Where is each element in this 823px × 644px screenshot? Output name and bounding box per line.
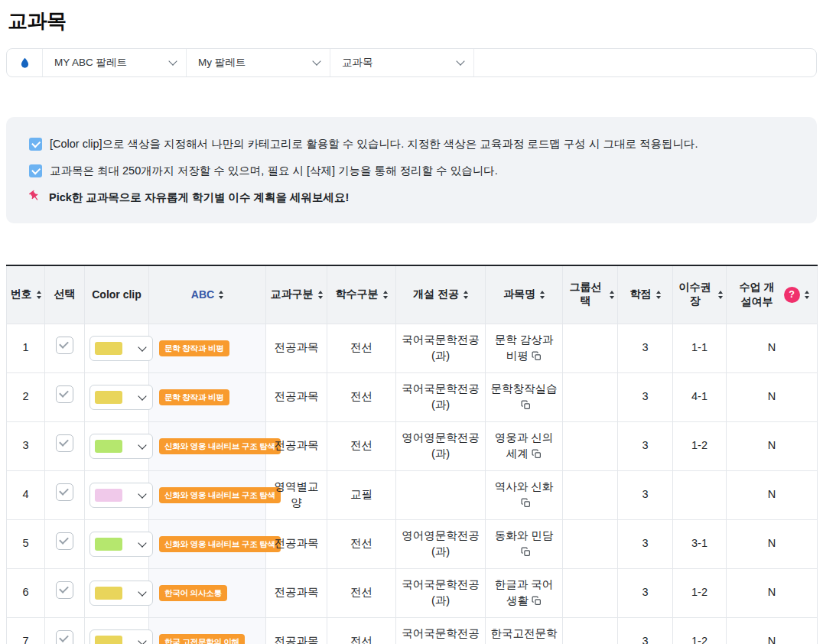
my-palette-select[interactable]: My 팔레트 (187, 49, 330, 76)
column-header-label: 교과구분 (271, 288, 314, 301)
color-clip-select[interactable] (89, 336, 153, 361)
table-row: 4신화와 영웅 내러티브 구조 탐색영역별교양교필역사와 신화3N (7, 470, 818, 519)
cell-no: 6 (7, 568, 45, 617)
abc-tag-badge: 신화와 영웅 내러티브 구조 탐색 (159, 536, 281, 552)
column-header-opened[interactable]: 수업 개설여부? (727, 265, 818, 324)
sort-icon (718, 291, 723, 299)
palette-icon-button[interactable] (7, 49, 43, 76)
color-clip-select[interactable] (89, 434, 153, 459)
chevron-down-icon (138, 343, 146, 351)
color-clip-select[interactable] (89, 532, 153, 557)
copy-icon[interactable] (521, 498, 531, 508)
copy-icon[interactable] (521, 547, 531, 557)
row-checkbox[interactable] (56, 581, 73, 599)
cell-abc: 문학 창작과 비평 (149, 372, 266, 421)
cell-colorclip (85, 568, 149, 617)
chevron-down-icon (456, 57, 464, 65)
cell-group (563, 324, 618, 372)
table-row: 2문학 창작과 비평전공과목전선국어국문학전공(과)문학창작실습34-1N (7, 372, 818, 421)
column-header-inner: 선택 (48, 288, 81, 301)
column-header-label: 이수권장 (676, 281, 714, 308)
my-palette-select-value: My 팔레트 (198, 56, 246, 70)
course-select-value: 교과목 (342, 56, 373, 70)
cell-no: 7 (7, 617, 45, 644)
cell-abc: 신화와 영웅 내러티브 구조 탐색 (149, 470, 266, 519)
column-header-inner: 학점 (621, 288, 669, 301)
cell-subject: 한글과 국어생활 (486, 568, 563, 617)
cell-category: 전공과목 (266, 372, 327, 421)
cell-subject: 동화와 민담 (486, 519, 563, 568)
sort-icon (610, 291, 614, 299)
column-header-label: 수업 개설여부 (735, 280, 779, 309)
copy-icon[interactable] (532, 596, 542, 606)
cell-group (563, 519, 618, 568)
subject-name: 문학 감상과 비평 (495, 333, 554, 362)
cell-select (45, 421, 85, 470)
column-header-abc[interactable]: ABC (149, 265, 266, 324)
help-icon[interactable]: ? (784, 287, 800, 303)
abc-tag-badge: 신화와 영웅 내러티브 구조 탐색 (159, 487, 281, 503)
row-checkbox[interactable] (56, 630, 73, 644)
row-checkbox[interactable] (56, 532, 73, 550)
sort-icon (219, 291, 223, 299)
color-clip-select[interactable] (89, 483, 153, 508)
column-header-select: 선택 (45, 265, 85, 324)
row-checkbox[interactable] (56, 434, 73, 452)
column-header-label: 학수구분 (336, 288, 379, 301)
column-header-group[interactable]: 그룹선택 (563, 265, 618, 324)
color-clip-select[interactable] (89, 581, 153, 606)
notice-item-save-limit: 교과목은 최대 250개까지 저장할 수 있으며, 필요 시 [삭제] 기능을 … (29, 164, 794, 178)
copy-icon[interactable] (532, 449, 542, 459)
cell-major: 국어국문학전공(과) (396, 568, 486, 617)
abc-tag-badge: 문학 창작과 비평 (159, 389, 229, 405)
cell-opened: N (727, 617, 818, 644)
column-header-major[interactable]: 개설 전공 (396, 265, 486, 324)
column-header-recommended[interactable]: 이수권장 (673, 265, 727, 324)
chevron-down-icon (168, 57, 177, 65)
copy-icon[interactable] (521, 400, 531, 410)
sort-icon (656, 291, 661, 299)
cell-select (45, 568, 85, 617)
cell-subject: 문학창작실습 (486, 372, 563, 421)
column-header-subject[interactable]: 과목명 (486, 265, 563, 324)
checkbox-icon (29, 138, 42, 151)
column-header-credit[interactable]: 학점 (618, 265, 673, 324)
cell-subject: 영웅과 신의 세계 (486, 421, 563, 470)
notice-text: Pick한 교과목으로 자유롭게 학기별 이수 계획을 세워보세요! (49, 190, 349, 205)
cell-colorclip (85, 617, 149, 644)
color-clip-select[interactable] (89, 385, 153, 410)
column-header-no[interactable]: 번호 (7, 265, 45, 324)
chevron-down-icon (138, 392, 146, 400)
cell-credit: 3 (618, 617, 673, 644)
column-header-inner: 과목명 (489, 288, 559, 301)
column-header-inner: ABC (152, 288, 262, 301)
cell-no: 1 (7, 324, 45, 372)
column-header-label: 학점 (630, 288, 652, 301)
subject-name: 문학창작실습 (491, 382, 558, 395)
row-checkbox[interactable] (56, 385, 73, 403)
row-checkbox[interactable] (56, 483, 73, 501)
cell-select (45, 324, 85, 372)
cell-colorclip (85, 324, 149, 372)
cell-category: 전공과목 (266, 519, 327, 568)
cell-group (563, 470, 618, 519)
cell-major: 국어국문학전공(과) (396, 324, 486, 372)
color-swatch (95, 538, 122, 551)
cell-recommended: 3-1 (673, 519, 727, 568)
subject-name: 동화와 민담 (495, 529, 554, 542)
course-select[interactable]: 교과목 (330, 49, 474, 76)
copy-icon[interactable] (532, 351, 542, 361)
abc-palette-select[interactable]: MY ABC 팔레트 (43, 49, 187, 76)
cell-division: 전선 (327, 324, 396, 372)
column-header-category[interactable]: 교과구분 (266, 265, 327, 324)
row-checkbox[interactable] (56, 337, 73, 354)
column-header-inner: Color clip (88, 288, 145, 301)
cell-division: 교필 (327, 470, 396, 519)
page-title: 교과목 (8, 8, 817, 34)
subject-name: 한글과 국어생활 (495, 578, 554, 607)
table-header-row: 번호선택Color clipABC교과구분학수구분개설 전공과목명그룹선택학점이… (7, 265, 818, 324)
color-clip-select[interactable] (89, 629, 153, 644)
cell-credit: 3 (618, 421, 673, 470)
column-header-division[interactable]: 학수구분 (327, 265, 396, 324)
cell-credit: 3 (618, 568, 673, 617)
